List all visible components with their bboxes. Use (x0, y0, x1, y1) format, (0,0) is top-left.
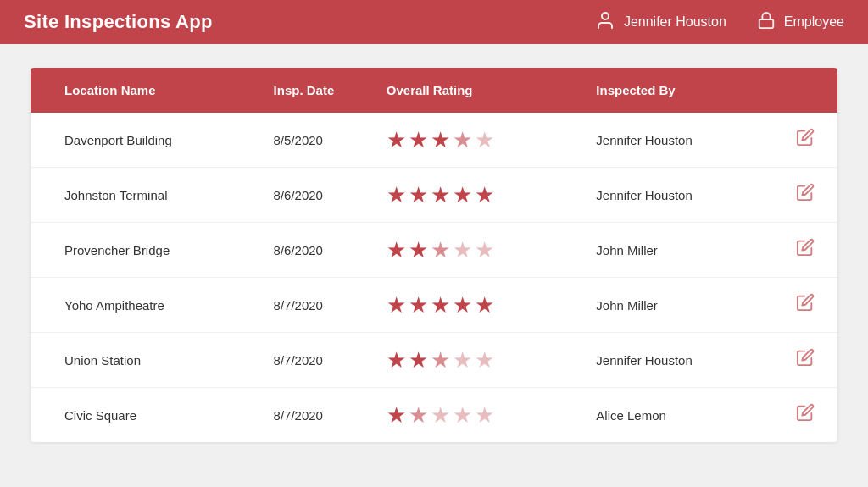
table-body: Davenport Building8/5/2020★★★★★Jennifer … (31, 113, 837, 442)
cell-edit-action[interactable] (773, 223, 837, 278)
col-header-inspected: Inspected By (579, 68, 772, 113)
cell-rating: ★★★★★ (370, 113, 580, 168)
star-rating: ★★★★★ (387, 349, 563, 371)
cell-location: Union Station (31, 333, 257, 388)
star-filled-icon: ★ (431, 294, 450, 316)
star-empty-icon: ★ (475, 239, 494, 261)
star-filled-icon: ★ (409, 294, 428, 316)
svg-point-0 (602, 13, 609, 19)
cell-inspected-by: John Miller (579, 223, 772, 278)
cell-location: Provencher Bridge (31, 223, 257, 278)
app-title: Site Inspections App (24, 11, 213, 33)
cell-edit-action[interactable] (773, 388, 837, 443)
cell-date: 8/5/2020 (257, 113, 370, 168)
col-header-location: Location Name (31, 68, 257, 113)
edit-icon[interactable] (796, 295, 815, 316)
cell-date: 8/6/2020 (257, 223, 370, 278)
edit-icon[interactable] (796, 350, 815, 371)
star-filled-icon: ★ (431, 184, 450, 206)
star-half-icon: ★ (453, 129, 472, 151)
cell-date: 8/7/2020 (257, 388, 370, 443)
cell-inspected-by: Jennifer Houston (579, 168, 772, 223)
star-half-icon: ★ (431, 349, 450, 371)
cell-edit-action[interactable] (773, 278, 837, 333)
inspections-table-container: Location Name Insp. Date Overall Rating … (31, 68, 837, 442)
lock-icon (757, 11, 776, 34)
star-rating: ★★★★★ (387, 404, 563, 426)
star-filled-icon: ★ (387, 184, 406, 206)
star-rating: ★★★★★ (387, 184, 563, 206)
edit-icon[interactable] (796, 130, 815, 151)
svg-rect-1 (760, 19, 774, 28)
table-row: Davenport Building8/5/2020★★★★★Jennifer … (31, 113, 837, 168)
user-name: Jennifer Houston (624, 14, 726, 30)
col-header-date: Insp. Date (257, 68, 370, 113)
table-header: Location Name Insp. Date Overall Rating … (31, 68, 837, 113)
star-filled-icon: ★ (431, 129, 450, 151)
star-half-icon: ★ (431, 239, 450, 261)
star-filled-icon: ★ (387, 294, 406, 316)
table-row: Civic Square8/7/2020★★★★★Alice Lemon (31, 388, 837, 443)
star-empty-icon: ★ (453, 349, 472, 371)
edit-icon[interactable] (796, 405, 815, 426)
cell-date: 8/7/2020 (257, 278, 370, 333)
star-empty-icon: ★ (475, 404, 494, 426)
star-filled-icon: ★ (475, 294, 494, 316)
star-filled-icon: ★ (409, 184, 428, 206)
cell-inspected-by: John Miller (579, 278, 772, 333)
cell-location: Civic Square (31, 388, 257, 443)
table-row: Union Station8/7/2020★★★★★Jennifer Houst… (31, 333, 837, 388)
user-info: Jennifer Houston (595, 10, 726, 35)
cell-rating: ★★★★★ (370, 278, 580, 333)
star-filled-icon: ★ (409, 239, 428, 261)
cell-inspected-by: Jennifer Houston (579, 113, 772, 168)
cell-location: Johnston Terminal (31, 168, 257, 223)
user-icon (595, 10, 615, 35)
star-filled-icon: ★ (475, 184, 494, 206)
cell-date: 8/7/2020 (257, 333, 370, 388)
star-rating: ★★★★★ (387, 239, 563, 261)
star-filled-icon: ★ (387, 129, 406, 151)
star-empty-icon: ★ (453, 404, 472, 426)
cell-rating: ★★★★★ (370, 168, 580, 223)
cell-inspected-by: Jennifer Houston (579, 333, 772, 388)
star-filled-icon: ★ (453, 184, 472, 206)
inspections-table: Location Name Insp. Date Overall Rating … (31, 68, 837, 442)
cell-rating: ★★★★★ (370, 388, 580, 443)
cell-inspected-by: Alice Lemon (579, 388, 772, 443)
edit-icon[interactable] (796, 240, 815, 261)
col-header-rating: Overall Rating (370, 68, 580, 113)
cell-edit-action[interactable] (773, 113, 837, 168)
star-filled-icon: ★ (409, 129, 428, 151)
user-role: Employee (784, 14, 844, 30)
star-filled-icon: ★ (453, 294, 472, 316)
edit-icon[interactable] (796, 185, 815, 206)
header-user-section: Jennifer Houston Employee (595, 10, 844, 35)
cell-rating: ★★★★★ (370, 333, 580, 388)
star-empty-icon: ★ (475, 349, 494, 371)
star-filled-icon: ★ (387, 239, 406, 261)
app-header: Site Inspections App Jennifer Houston Em… (0, 0, 868, 44)
cell-edit-action[interactable] (773, 168, 837, 223)
table-row: Yoho Ampitheatre8/7/2020★★★★★John Miller (31, 278, 837, 333)
cell-rating: ★★★★★ (370, 223, 580, 278)
table-row: Johnston Terminal8/6/2020★★★★★Jennifer H… (31, 168, 837, 223)
cell-date: 8/6/2020 (257, 168, 370, 223)
star-rating: ★★★★★ (387, 129, 563, 151)
table-row: Provencher Bridge8/6/2020★★★★★John Mille… (31, 223, 837, 278)
cell-location: Yoho Ampitheatre (31, 278, 257, 333)
star-empty-icon: ★ (453, 239, 472, 261)
star-empty-icon: ★ (475, 129, 494, 151)
star-filled-icon: ★ (387, 404, 406, 426)
role-info: Employee (757, 11, 844, 34)
cell-location: Davenport Building (31, 113, 257, 168)
cell-edit-action[interactable] (773, 333, 837, 388)
star-filled-icon: ★ (387, 349, 406, 371)
star-half-icon: ★ (409, 404, 428, 426)
star-filled-icon: ★ (409, 349, 428, 371)
star-rating: ★★★★★ (387, 294, 563, 316)
col-header-action (773, 68, 837, 113)
main-content: Location Name Insp. Date Overall Rating … (0, 44, 868, 466)
star-empty-icon: ★ (431, 404, 450, 426)
